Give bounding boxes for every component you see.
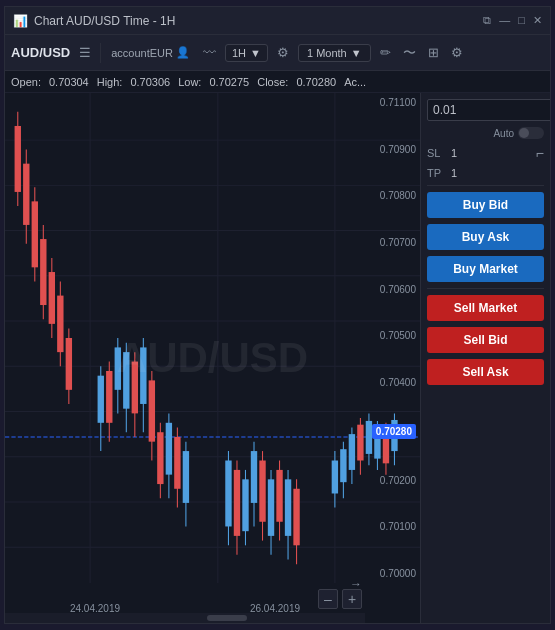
buy-bid-button[interactable]: Buy Bid — [427, 192, 544, 218]
settings-icon[interactable]: ⚙ — [448, 43, 466, 62]
buy-market-button[interactable]: Buy Market — [427, 256, 544, 282]
svg-rect-55 — [242, 479, 248, 531]
title-bar-left: 📊 Chart AUD/USD Time - 1H — [13, 14, 175, 28]
date-label-1: 24.04.2019 — [70, 603, 120, 614]
price-label-7: 0.70400 — [380, 377, 416, 388]
close-button[interactable]: ✕ — [533, 14, 542, 27]
svg-rect-43 — [157, 432, 163, 484]
svg-rect-35 — [123, 352, 129, 409]
svg-rect-33 — [115, 347, 121, 389]
detach-button[interactable]: ⧉ — [483, 14, 491, 27]
draw-icon[interactable]: ✏ — [377, 43, 394, 62]
svg-rect-15 — [15, 126, 21, 192]
auto-toggle-row: Auto — [427, 127, 544, 139]
high-label: High: — [97, 76, 123, 88]
price-label-1: 0.71100 — [380, 97, 416, 108]
chart-area[interactable]: AUD/USD — [5, 93, 420, 623]
sl-icon[interactable]: ⌐ — [536, 145, 544, 161]
tp-row: TP 1 — [427, 167, 544, 179]
buy-ask-button[interactable]: Buy Ask — [427, 224, 544, 250]
svg-rect-63 — [276, 470, 282, 522]
current-price-label: 0.70280 — [372, 424, 416, 439]
maximize-button[interactable]: □ — [518, 14, 525, 27]
price-axis: 0.71100 0.70900 0.70800 0.70700 0.70600 … — [365, 93, 420, 583]
price-label-8: 0.70200 — [380, 475, 416, 486]
zoom-out-button[interactable]: – — [318, 589, 338, 609]
window-title: Chart AUD/USD Time - 1H — [34, 14, 175, 28]
svg-rect-31 — [106, 371, 112, 423]
svg-rect-67 — [293, 489, 299, 546]
sell-ask-button[interactable]: Sell Ask — [427, 359, 544, 385]
tp-value: 1 — [451, 167, 544, 179]
sl-label: SL — [427, 147, 447, 159]
svg-rect-27 — [66, 338, 72, 390]
price-label-9: 0.70100 — [380, 521, 416, 532]
svg-rect-47 — [174, 437, 180, 489]
auto-toggle[interactable] — [518, 127, 544, 139]
timeframe-dropdown[interactable]: 1H ▼ — [225, 44, 268, 62]
chart-icon: 📊 — [13, 14, 28, 28]
auto-label: Auto — [493, 128, 514, 139]
indicators-icon[interactable]: ⚙ — [274, 43, 292, 62]
price-label-2: 0.70900 — [380, 144, 416, 155]
price-label-10: 0.70000 — [380, 568, 416, 579]
svg-rect-17 — [23, 164, 29, 225]
svg-rect-29 — [98, 376, 104, 423]
svg-rect-75 — [357, 425, 363, 461]
chart-type-icon[interactable]: 〰 — [200, 43, 219, 62]
timeframe-label: 1H — [232, 47, 246, 59]
panel-divider-1 — [427, 185, 544, 186]
toolbar-divider-1 — [100, 43, 101, 63]
close-value: 0.70280 — [296, 76, 336, 88]
minimize-button[interactable]: — — [499, 14, 510, 27]
high-value: 0.70306 — [130, 76, 170, 88]
account-selector[interactable]: accountEUR 👤 — [107, 44, 194, 61]
extra-label: Ac... — [344, 76, 366, 88]
svg-rect-57 — [251, 451, 257, 503]
low-value: 0.70275 — [209, 76, 249, 88]
svg-rect-73 — [349, 434, 355, 470]
svg-rect-45 — [166, 423, 172, 475]
svg-rect-21 — [40, 239, 46, 305]
symbol-label: AUD/USD — [11, 45, 70, 60]
dropdown-arrow: ▼ — [250, 47, 261, 59]
zoom-controls: – + — [318, 589, 362, 609]
low-label: Low: — [178, 76, 201, 88]
right-panel: ▲ ▼ Auto SL 1 ⌐ TP 1 — [420, 93, 550, 623]
price-label-4: 0.70700 — [380, 237, 416, 248]
main-content: AUD/USD — [5, 93, 550, 623]
grid-icon[interactable]: ⊞ — [425, 43, 442, 62]
title-bar: 📊 Chart AUD/USD Time - 1H ⧉ — □ ✕ — [5, 7, 550, 35]
title-bar-controls: ⧉ — □ ✕ — [483, 14, 542, 27]
svg-rect-65 — [285, 479, 291, 536]
svg-rect-61 — [268, 479, 274, 536]
period-label: 1 Month — [307, 47, 347, 59]
sell-market-button[interactable]: Sell Market — [427, 295, 544, 321]
menu-icon[interactable]: ☰ — [76, 43, 94, 62]
open-label: Open: — [11, 76, 41, 88]
sell-bid-button[interactable]: Sell Bid — [427, 327, 544, 353]
chart-scrollbar[interactable] — [5, 613, 365, 623]
info-bar: Open: 0.70304 High: 0.70306 Low: 0.70275… — [5, 71, 550, 93]
scroll-thumb[interactable] — [207, 615, 247, 621]
price-label-5: 0.70600 — [380, 284, 416, 295]
lot-size-row: ▲ ▼ — [427, 99, 544, 121]
trading-window: 📊 Chart AUD/USD Time - 1H ⧉ — □ ✕ AUD/US… — [4, 6, 551, 624]
svg-rect-41 — [149, 380, 155, 441]
svg-rect-39 — [140, 347, 146, 404]
zoom-in-button[interactable]: + — [342, 589, 362, 609]
svg-rect-19 — [32, 201, 38, 267]
wave-icon[interactable]: 〜 — [400, 42, 419, 64]
svg-rect-51 — [225, 461, 231, 527]
period-arrow: ▼ — [351, 47, 362, 59]
svg-rect-25 — [57, 296, 63, 353]
svg-rect-49 — [183, 451, 189, 503]
toggle-thumb — [519, 128, 529, 138]
account-label: accountEUR — [111, 47, 173, 59]
svg-rect-69 — [332, 461, 338, 494]
price-label-6: 0.70500 — [380, 330, 416, 341]
period-button[interactable]: 1 Month ▼ — [298, 44, 371, 62]
lot-size-input[interactable] — [427, 99, 550, 121]
close-label: Close: — [257, 76, 288, 88]
tp-label: TP — [427, 167, 447, 179]
